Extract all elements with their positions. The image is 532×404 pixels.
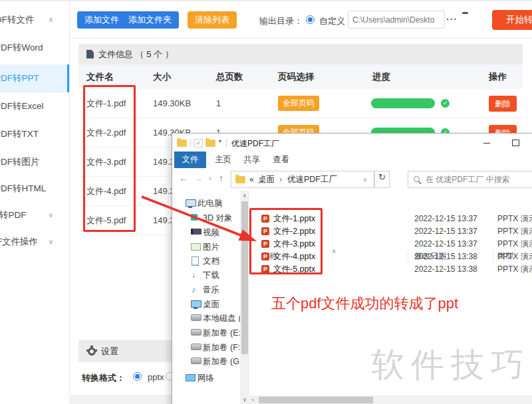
explorer-file-row[interactable]: P 文件-2.pptx 2022-12-15 13:37 PPTX 演示文稿 (172, 225, 532, 238)
back-icon[interactable]: ← (179, 173, 188, 183)
breadcrumb[interactable]: « 桌面 › 优速PDF工厂 ∨ (231, 171, 374, 188)
scroll-down-icon[interactable]: ∨ (240, 397, 249, 403)
refresh-button[interactable]: ↻ (374, 171, 390, 188)
tree-item-volume-f[interactable]: 新加卷 (F:) (172, 341, 240, 354)
sidebar-item-pdf-to-image[interactable]: PDF转图片 (0, 149, 69, 175)
explorer-file-row[interactable]: P 文件-1.pptx 2022-12-15 13:37 PPTX 演示文稿 (172, 213, 532, 225)
file-date: 2022-12-15 13:38 (414, 251, 477, 263)
table-header: 文件名 大小 总页数 页码选择 进度 操作 (78, 64, 523, 89)
tree-item-network[interactable]: 网络 (172, 371, 240, 385)
tree-item-this-pc[interactable]: 此电脑 (172, 197, 240, 210)
forward-icon[interactable]: → (194, 173, 203, 183)
sidebar-item-label: PDF转PPT (0, 64, 39, 92)
clear-list-button[interactable]: 清除列表 (188, 11, 237, 29)
file-type: PPTX 演示文稿 (497, 225, 532, 238)
sidebar-item-pdf-to-ppt[interactable]: PDF转PPT (0, 64, 69, 92)
tree-label: 新加卷 (E:) (203, 326, 240, 340)
bottom-strip (69, 395, 172, 404)
add-file-button[interactable]: 添加文件 (77, 11, 126, 29)
menu-share[interactable]: 共享 (243, 152, 260, 168)
sidebar-item-pdf-to-excel[interactable]: PDF转Excel (0, 93, 69, 120)
sidebar-item-pdf-to-word[interactable]: PDF转Word (0, 35, 69, 61)
file-info-bar: 文件信息 （ 5 个 ） (78, 44, 523, 64)
quick-access-folder-icon[interactable] (205, 140, 215, 147)
tree-label: 网络 (198, 371, 214, 385)
tree-label: 新加卷 (G:) (203, 355, 240, 368)
quick-access-dropdown-icon[interactable]: ▾ (219, 138, 221, 144)
this-pc-icon (186, 199, 196, 207)
scrollbar-thumb[interactable] (259, 397, 373, 403)
start-convert-button[interactable]: 开始转换 (492, 10, 532, 30)
address-dropdown-icon[interactable]: ∨ (363, 177, 367, 183)
scrollbar-thumb[interactable] (241, 201, 248, 354)
chevron-down-icon: ∨ (49, 202, 53, 229)
minimize-button[interactable] (483, 143, 490, 144)
tree-item-volume-g[interactable]: 新加卷 (G:) (172, 355, 240, 368)
breadcrumb-desktop[interactable]: 桌面 (258, 171, 275, 187)
quick-access-folder-icon[interactable] (177, 140, 187, 147)
explorer-file-row[interactable]: P 文件-4.pptx 2022-12-15 13:38 PPTX 演示文稿 (172, 251, 532, 263)
col-size: 大小 (153, 64, 171, 89)
explorer-titlebar[interactable]: | ✓ ▾ | 优速PDF工厂 (172, 134, 532, 152)
tree-vertical-scrollbar[interactable]: ∧ ∨ (240, 191, 249, 404)
sidebar-group-to-pdf[interactable]: 文件转PDF ∨ (0, 202, 69, 229)
window-title: 优速PDF工厂 (231, 138, 279, 150)
network-icon (186, 374, 196, 381)
watermark: 软件技巧 (371, 343, 531, 387)
delete-button[interactable]: 删除 (489, 96, 517, 112)
screenshot-root: PDF转文件 ∧ PDF转Word PDF转PPT PDF转Excel PDF转… (0, 0, 532, 404)
chevron-down-icon: ∨ (49, 229, 53, 255)
file-type: PPTX 演示文稿 (497, 238, 532, 251)
disk-icon (191, 344, 201, 350)
gear-icon (88, 348, 96, 355)
menu-file[interactable]: 文件 (174, 152, 206, 168)
table-row: 文件-1.pdf 149.30KB 1 全部页码 ✓ 删除 (78, 89, 523, 118)
tree-item-desktop[interactable]: 桌面 (172, 298, 240, 311)
breadcrumb-collapse[interactable]: « (249, 171, 254, 187)
file-date: 2022-12-15 13:37 (414, 238, 477, 251)
sidebar-item-label: PDF转Word (0, 35, 43, 61)
page-select-button[interactable]: 全部页码 (278, 96, 319, 111)
explorer-file-row[interactable]: P 文件-3.pptx 2022-12-15 13:37 PPTX 演示文稿 (172, 238, 532, 251)
menu-home[interactable]: 主页 (215, 152, 231, 168)
top-divider (0, 0, 532, 1)
recent-locations-icon[interactable]: ∨ (208, 175, 212, 181)
disk-icon (191, 329, 201, 336)
tree-label: 音乐 (203, 283, 219, 296)
menu-view[interactable]: 查看 (273, 152, 289, 168)
cell-pages: 1 (216, 89, 221, 118)
tree-label: 此电脑 (198, 197, 223, 210)
add-folder-button[interactable]: 添加文件夹 (121, 11, 179, 29)
search-box[interactable]: 在 优速PDF工厂 中搜索 (408, 171, 532, 188)
sidebar-group-pdf-file-ops[interactable]: PDF文件操作 ∨ (0, 229, 69, 255)
breadcrumb-folder-icon (235, 176, 245, 183)
output-path-input[interactable] (348, 11, 445, 29)
tree-item-volume-e[interactable]: 新加卷 (E:) (172, 326, 240, 340)
up-icon[interactable]: ↑ (219, 173, 223, 183)
explorer-file-row[interactable]: P 文件-5.pptx 2022-12-15 13:38 PPTX 演示文稿 (172, 263, 532, 276)
tree-item-local-disk-c[interactable]: 本地磁盘 (C:) (172, 312, 240, 325)
scroll-left-icon[interactable]: < (251, 397, 255, 403)
sidebar-item-pdf-to-txt[interactable]: PDF转TXT (0, 121, 69, 148)
format-pptx-label: pptx (148, 372, 164, 382)
sidebar-item-pdf-to-html[interactable]: PDF转HTML (0, 175, 69, 202)
col-progress: 进度 (372, 64, 390, 89)
explorer-addressbar: ← → ∨ ↑ « 桌面 › 优速PDF工厂 ∨ ↻ 在 优速PDF工厂 中搜索 (172, 168, 532, 191)
explorer-menubar: 文件 主页 共享 查看 (172, 152, 532, 169)
quick-access-check-icon[interactable]: ✓ (194, 139, 203, 148)
titlebar-separator: | (225, 138, 227, 147)
sidebar-group-label: 文件转PDF (0, 202, 27, 229)
more-options-button[interactable]: ··· (446, 14, 458, 25)
tree-label: 新加卷 (F:) (203, 341, 240, 354)
sidebar-group-pdf-to-file[interactable]: PDF转文件 ∧ (0, 7, 69, 33)
tree-item-music[interactable]: ♪音乐 (172, 283, 240, 296)
file-type: PPTX 演示文稿 (497, 263, 532, 276)
format-pptx-radio[interactable] (133, 372, 142, 381)
breadcrumb-current-folder[interactable]: 优速PDF工厂 (287, 171, 337, 187)
list-horizontal-scrollbar[interactable]: < (249, 395, 532, 404)
desktop-icon (191, 300, 201, 308)
output-custom-radio[interactable] (306, 15, 315, 24)
scroll-up-icon[interactable]: ∧ (240, 193, 249, 199)
refresh-icon: ↻ (378, 172, 386, 182)
maximize-button[interactable] (512, 140, 519, 146)
